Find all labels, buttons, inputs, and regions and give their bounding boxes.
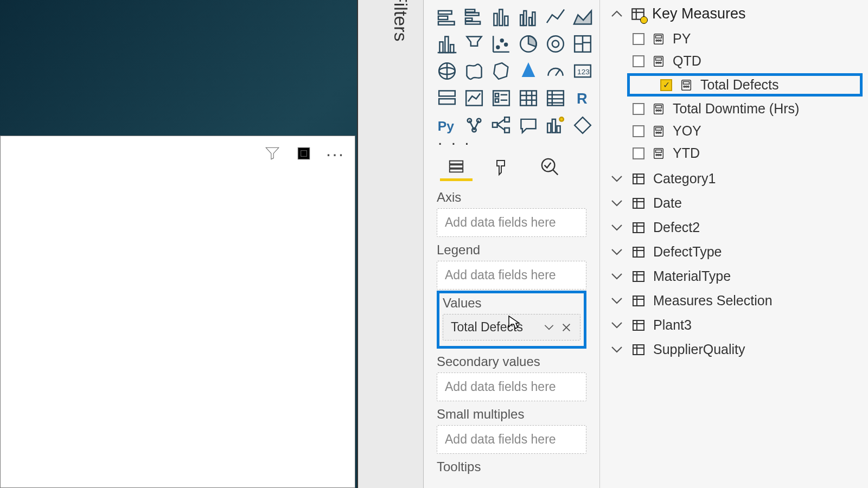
chevron-down-icon (610, 172, 624, 186)
key-measures-header[interactable]: Key Measures (600, 0, 868, 28)
svg-point-42 (552, 41, 559, 47)
tab-fields[interactable] (442, 154, 470, 179)
table-icon (631, 343, 646, 357)
chevron-down-icon[interactable] (543, 322, 555, 333)
svg-rect-83 (547, 123, 551, 132)
measure-checkbox[interactable] (633, 55, 644, 67)
viz-stacked-column-icon[interactable] (490, 5, 513, 28)
viz-filled-map-icon[interactable] (463, 60, 486, 82)
table-row[interactable]: Date (600, 191, 868, 215)
chevron-down-icon (610, 196, 624, 210)
table-label: Plant3 (653, 317, 692, 333)
table-icon (631, 172, 646, 186)
svg-line-50 (556, 69, 560, 75)
viz-stacked-bar-icon[interactable] (436, 5, 458, 28)
svg-text:123: 123 (577, 68, 590, 76)
filters-pane-collapsed[interactable]: Filters (358, 0, 423, 488)
viz-multirow-card-icon[interactable] (436, 87, 458, 110)
measure-row[interactable]: Total Downtime (Hrs) (600, 98, 868, 120)
viz-more-ellipsis-icon[interactable]: · · · (424, 139, 599, 152)
svg-rect-57 (495, 93, 499, 97)
viz-kpi-icon[interactable] (463, 87, 486, 110)
tab-format[interactable] (489, 154, 517, 179)
measure-label: YTD (673, 145, 700, 161)
well-secondary-drop[interactable]: Add data fields here (437, 373, 586, 401)
remove-field-icon[interactable] (560, 322, 572, 333)
measure-row[interactable]: Total Defects (627, 73, 863, 97)
well-legend-drop[interactable]: Add data fields here (437, 261, 586, 290)
viz-funnel-icon[interactable] (463, 33, 486, 55)
table-row[interactable]: SupplierQuality (600, 337, 868, 362)
calculator-icon (652, 33, 665, 46)
svg-point-41 (547, 36, 564, 52)
viz-r-script-icon[interactable]: R (571, 87, 594, 110)
viz-shape-map-icon[interactable] (490, 60, 513, 82)
viz-table-icon[interactable] (517, 87, 540, 110)
measure-checkbox[interactable] (660, 79, 672, 91)
svg-rect-33 (450, 44, 454, 53)
measure-checkbox[interactable] (633, 125, 644, 137)
viz-decomp-tree-icon[interactable] (490, 114, 513, 137)
svg-rect-32 (445, 36, 448, 53)
svg-rect-25 (499, 9, 502, 25)
well-small-multiples-drop[interactable]: Add data fields here (437, 425, 586, 454)
viz-treemap-icon[interactable] (571, 33, 594, 55)
viz-matrix-icon[interactable] (544, 87, 567, 110)
well-values-highlight: Values Total Defects (437, 291, 586, 349)
well-values-chip-label: Total Defects (451, 320, 523, 335)
viz-azure-map-icon[interactable] (517, 60, 540, 82)
viz-smart-narrative-icon[interactable] (544, 114, 567, 137)
table-row[interactable]: Measures Selection (600, 288, 868, 313)
viz-line-icon[interactable] (544, 5, 567, 28)
table-label: MaterialType (653, 268, 731, 284)
svg-rect-20 (465, 9, 475, 12)
viz-pie-icon[interactable] (517, 33, 540, 55)
chevron-down-icon (610, 269, 624, 284)
well-tooltips-label: Tooltips (437, 454, 586, 478)
table-row[interactable]: Defect2 (600, 215, 868, 240)
viz-slicer-icon[interactable] (490, 87, 513, 110)
table-row[interactable]: MaterialType (600, 264, 868, 288)
table-icon (631, 269, 646, 284)
viz-qna-icon[interactable] (517, 114, 540, 137)
chevron-down-icon (610, 318, 624, 332)
tab-analytics[interactable] (535, 154, 564, 179)
measure-row[interactable]: PY (600, 28, 868, 50)
viz-clustered-bar-icon[interactable] (463, 5, 486, 28)
measure-row[interactable]: QTD (600, 50, 868, 72)
well-values-label: Values (443, 296, 580, 314)
table-icon (631, 245, 646, 259)
viz-gauge-icon[interactable] (544, 60, 567, 82)
measure-row[interactable]: YOY (600, 120, 868, 142)
measure-checkbox[interactable] (633, 103, 644, 115)
measure-checkbox[interactable] (633, 147, 644, 159)
well-axis-drop[interactable]: Add data fields here (437, 208, 586, 237)
calculator-icon (680, 79, 693, 92)
measure-checkbox[interactable] (633, 33, 644, 45)
table-row[interactable]: Plant3 (600, 313, 868, 337)
svg-point-38 (501, 39, 503, 42)
visual-more-icon[interactable]: ··· (326, 144, 345, 163)
svg-rect-31 (439, 42, 443, 53)
measure-label: Total Downtime (Hrs) (673, 101, 799, 117)
visual-placeholder[interactable]: ··· (0, 136, 355, 488)
visual-filter-icon[interactable] (263, 144, 282, 163)
visual-focus-icon[interactable] (294, 144, 314, 163)
measure-row[interactable]: YTD (600, 142, 868, 164)
svg-rect-19 (438, 22, 455, 25)
table-row[interactable]: Category1 (600, 166, 868, 191)
viz-card-icon[interactable]: 123 (571, 60, 594, 82)
viz-donut-icon[interactable] (544, 33, 567, 55)
svg-point-37 (496, 46, 499, 49)
viz-clustered-column-icon[interactable] (517, 5, 540, 28)
svg-rect-78 (493, 123, 497, 127)
well-values-chip[interactable]: Total Defects (443, 314, 580, 341)
viz-get-more-icon[interactable] (571, 114, 594, 137)
svg-rect-23 (465, 22, 480, 24)
svg-text:Py: Py (438, 119, 454, 133)
table-row[interactable]: DefectType (600, 240, 868, 264)
viz-area-icon[interactable] (571, 5, 594, 28)
viz-column-icon[interactable] (436, 33, 458, 55)
viz-scatter-icon[interactable] (490, 33, 513, 55)
viz-map-icon[interactable] (436, 60, 458, 82)
